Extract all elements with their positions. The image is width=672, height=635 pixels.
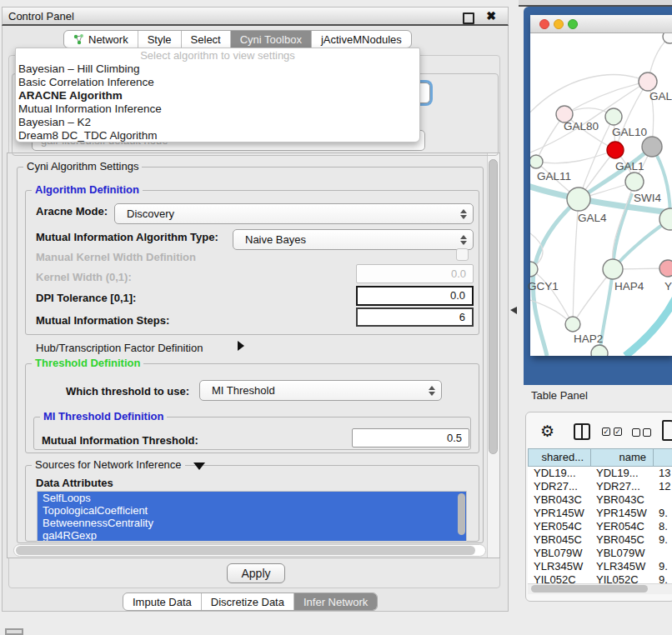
table-header: shared... name bbox=[528, 448, 672, 467]
tab-label: Network bbox=[88, 33, 128, 46]
expanded-arrow-icon[interactable] bbox=[193, 462, 205, 470]
table-row[interactable]: YER054CYER054C8. bbox=[528, 520, 672, 533]
table-row[interactable]: YDL19...YDL19...13 bbox=[528, 467, 672, 480]
table-horizontal-scrollbar-thumb[interactable] bbox=[531, 585, 648, 592]
which-threshold-select[interactable]: MI Threshold bbox=[199, 380, 442, 401]
node-label: GAL10 bbox=[612, 126, 647, 138]
tab-style[interactable]: Style bbox=[138, 31, 182, 48]
network-node-hap4[interactable] bbox=[603, 259, 623, 279]
close-traffic-light[interactable] bbox=[539, 19, 549, 29]
tab-jactivemnodules[interactable]: jActiveMNodules bbox=[312, 31, 411, 48]
network-node-gal4[interactable] bbox=[567, 188, 590, 211]
export-table-icon[interactable] bbox=[662, 420, 672, 441]
apply-button[interactable]: Apply bbox=[227, 563, 285, 583]
network-node[interactable] bbox=[591, 345, 608, 356]
sources-toggle[interactable]: Sources for Network Inference bbox=[32, 459, 185, 471]
manual-kernel-label: Manual Kernel Width Definition bbox=[36, 251, 196, 263]
node-label: Y bbox=[664, 280, 672, 292]
table-row[interactable]: YLR345WYLR345W9. bbox=[528, 560, 672, 573]
node-label: GAL bbox=[649, 90, 672, 102]
data-attributes-label: Data Attributes bbox=[36, 477, 113, 489]
hub-definition-toggle[interactable]: Hub/Transcription Factor Definition bbox=[36, 342, 203, 354]
background-window-edge bbox=[519, 0, 672, 7]
data-attributes-list: SelfLoops TopologicalCoefficient Between… bbox=[37, 491, 467, 542]
node-label: HAP4 bbox=[614, 280, 644, 292]
attribute-item[interactable]: SelfLoops bbox=[38, 492, 466, 504]
dropdown-item[interactable]: Basic Correlation Inference bbox=[16, 76, 419, 89]
algorithm-dropdown-list: Select algorithm to view settings Bayesi… bbox=[15, 48, 420, 142]
select-all-checkbox-icon[interactable]: ✓ bbox=[602, 428, 610, 436]
stepper-icon bbox=[458, 235, 469, 245]
vertical-scrollbar-thumb[interactable] bbox=[489, 159, 498, 454]
mi-algorithm-type-select[interactable]: Naive Bayes bbox=[233, 229, 474, 250]
dropdown-item-aracne[interactable]: ARACNE Algorithm bbox=[16, 89, 419, 102]
mouse-cursor bbox=[510, 307, 517, 314]
node-label: GAL4 bbox=[578, 212, 607, 224]
network-node-hap2[interactable] bbox=[565, 317, 580, 332]
dropdown-item[interactable]: Dream8 DC_TDC Algorithm bbox=[16, 129, 419, 142]
collapsed-panel-button[interactable] bbox=[5, 628, 23, 635]
table-row[interactable]: YIL052CYIL052C9. bbox=[528, 573, 672, 583]
network-window-titlebar[interactable] bbox=[530, 15, 672, 33]
float-window-icon[interactable] bbox=[463, 12, 474, 24]
manual-kernel-checkbox bbox=[456, 248, 469, 261]
tab-network[interactable]: Network bbox=[64, 31, 138, 48]
network-node[interactable] bbox=[642, 137, 662, 157]
zoom-traffic-light[interactable] bbox=[568, 19, 578, 29]
close-icon[interactable]: ✖ bbox=[486, 9, 496, 22]
columns-icon[interactable] bbox=[574, 423, 590, 440]
dpi-tolerance-label: DPI Tolerance [0,1]: bbox=[36, 292, 136, 304]
node-label: SWI4 bbox=[634, 192, 661, 204]
horizontal-scrollbar-thumb[interactable] bbox=[16, 546, 475, 555]
table-panel-title: Table Panel bbox=[531, 389, 588, 402]
tab-discretize-data[interactable]: Discretize Data bbox=[202, 593, 294, 610]
node-label: GCY1 bbox=[528, 280, 559, 292]
stepper-icon bbox=[426, 386, 438, 396]
network-node-gal1[interactable] bbox=[625, 172, 644, 191]
control-panel-titlebar: Control Panel ✖ bbox=[2, 7, 509, 26]
tab-cyni-toolbox[interactable]: Cyni Toolbox bbox=[231, 31, 312, 48]
minimize-traffic-light[interactable] bbox=[554, 19, 564, 29]
panel-title: Control Panel bbox=[8, 10, 74, 22]
tab-select[interactable]: Select bbox=[182, 31, 231, 48]
deselect-all-checkbox-icon[interactable] bbox=[632, 428, 640, 437]
mi-type-label: Mutual Information Algorithm Type: bbox=[36, 231, 218, 243]
tab-impute-data[interactable]: Impute Data bbox=[123, 593, 202, 610]
node-label: GAL11 bbox=[537, 170, 571, 182]
column-header[interactable] bbox=[653, 448, 672, 467]
which-threshold-label: Which threshold to use: bbox=[66, 385, 189, 398]
dropdown-item[interactable]: Bayesian – K2 bbox=[16, 116, 419, 129]
gear-icon[interactable]: ⚙ bbox=[540, 422, 554, 441]
network-node[interactable] bbox=[659, 260, 672, 277]
tab-infer-network[interactable]: Infer Network bbox=[294, 593, 377, 610]
table-row[interactable]: YBR045CYBR045C9. bbox=[528, 533, 672, 547]
group-title: MI Threshold Definition bbox=[40, 411, 167, 422]
table-row[interactable]: YBL079WYBL079W bbox=[528, 547, 672, 560]
list-scrollbar-thumb[interactable] bbox=[458, 493, 465, 535]
table-row[interactable]: YPR145WYPR145W9. bbox=[528, 507, 672, 520]
node-label: GAL80 bbox=[564, 120, 599, 132]
node-label: HAP2 bbox=[574, 332, 603, 345]
network-icon bbox=[73, 34, 84, 45]
dpi-tolerance-field[interactable]: 0.0 bbox=[356, 286, 474, 306]
table-row[interactable]: YDR27...YDR27...12 bbox=[528, 480, 672, 493]
mi-threshold-field[interactable]: 0.5 bbox=[352, 428, 469, 448]
collapsed-arrow-icon[interactable] bbox=[238, 341, 244, 351]
network-node-gal11[interactable] bbox=[530, 155, 543, 168]
dropdown-item[interactable]: Bayesian – Hill Climbing bbox=[16, 62, 419, 76]
network-node-gal10[interactable] bbox=[605, 108, 622, 125]
mi-steps-field[interactable]: 6 bbox=[356, 308, 474, 327]
deselect-all-checkbox-icon[interactable] bbox=[643, 428, 651, 437]
dropdown-item[interactable]: Mutual Information Inference bbox=[16, 102, 419, 116]
select-all-checkbox-icon[interactable]: ✓ bbox=[614, 428, 622, 436]
column-header[interactable]: name bbox=[590, 448, 653, 467]
table-row[interactable]: YBR043CYBR043C bbox=[528, 493, 672, 507]
column-header[interactable]: shared... bbox=[528, 448, 590, 467]
attribute-item[interactable]: BetweennessCentrality bbox=[38, 517, 466, 529]
network-node[interactable] bbox=[639, 72, 657, 91]
aracne-mode-select[interactable]: Discovery bbox=[114, 203, 474, 224]
attribute-item[interactable]: gal4RGexp bbox=[38, 529, 466, 542]
attribute-item[interactable]: TopologicalCoefficient bbox=[38, 504, 466, 517]
network-node-selected[interactable] bbox=[607, 142, 624, 158]
screen: Control Panel ✖ Network Style Select Cyn… bbox=[0, 0, 672, 635]
